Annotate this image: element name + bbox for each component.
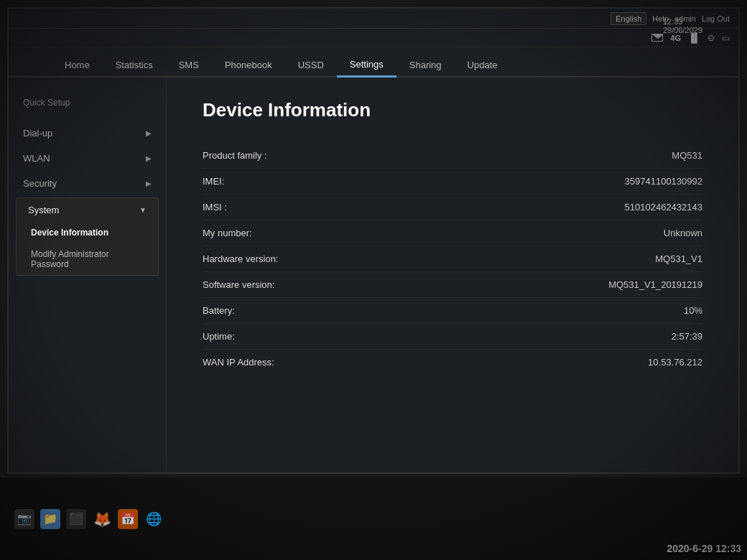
nav-update[interactable]: Update bbox=[455, 54, 511, 76]
nav-ussd[interactable]: USSD bbox=[285, 54, 337, 76]
sub-item-device-info[interactable]: Device Information bbox=[17, 222, 158, 243]
nav-sharing[interactable]: Sharing bbox=[396, 54, 455, 76]
imei-label: IMEI: bbox=[203, 176, 346, 187]
info-table: Product family : MQ531 IMEI: 35974110013… bbox=[203, 143, 702, 375]
top-bar: English Help admin Log Out bbox=[9, 9, 738, 29]
screen-time: 12:33 bbox=[663, 17, 683, 26]
taskbar-camera-icon[interactable]: 📷 bbox=[14, 509, 34, 529]
uptime-value: 2:57:39 bbox=[346, 331, 702, 342]
battery-label: Battery: bbox=[203, 305, 346, 316]
screen-date: 29/06/2029 bbox=[663, 26, 702, 34]
info-row-sw-version: Software version: MQ531_V1_20191219 bbox=[203, 272, 702, 298]
main-content: Quick Setup Dial-up ▶ WLAN ▶ Security ▶ … bbox=[9, 78, 738, 472]
battery-value: 10% bbox=[346, 305, 702, 316]
hw-version-label: Hardware version: bbox=[203, 253, 346, 264]
sidebar-item-dialup[interactable]: Dial-up ▶ bbox=[9, 121, 166, 146]
product-family-label: Product family : bbox=[203, 150, 346, 161]
info-row-imsi: IMSI : 510102462432143 bbox=[203, 195, 702, 220]
nav-phonebook[interactable]: Phonebook bbox=[212, 54, 285, 76]
sidebar-item-wlan[interactable]: WLAN ▶ bbox=[9, 146, 166, 171]
logout-link[interactable]: Log Out bbox=[702, 14, 730, 23]
nav-settings[interactable]: Settings bbox=[337, 53, 396, 78]
wlan-arrow-icon: ▶ bbox=[146, 154, 152, 162]
nav-sms[interactable]: SMS bbox=[166, 54, 212, 76]
info-row-hw-version: Hardware version: MQ531_V1 bbox=[203, 246, 702, 272]
sub-item-modify-password[interactable]: Modify Administrator Password bbox=[17, 243, 158, 275]
product-family-value: MQ531 bbox=[346, 150, 702, 161]
wifi-icon: ⊙ bbox=[707, 33, 715, 43]
screen-clock: 12:33 29/06/2029 bbox=[663, 17, 702, 34]
sms-icon bbox=[651, 34, 663, 42]
security-arrow-icon: ▶ bbox=[146, 179, 152, 187]
wan-ip-label: WAN IP Address: bbox=[203, 357, 346, 368]
taskbar-files-icon[interactable]: 📁 bbox=[40, 509, 60, 529]
uptime-label: Uptime: bbox=[203, 331, 346, 342]
info-row-product-family: Product family : MQ531 bbox=[203, 143, 702, 169]
corner-timestamp: 2020-6-29 12:33 bbox=[667, 543, 741, 554]
system-submenu: System ▼ Device Information Modify Admin… bbox=[16, 197, 159, 276]
page-title: Device Information bbox=[203, 99, 702, 121]
imei-value: 359741100130992 bbox=[346, 176, 702, 187]
content-area: Device Information Product family : MQ53… bbox=[167, 78, 738, 472]
nav-statistics[interactable]: Statistics bbox=[103, 54, 166, 76]
sw-version-value: MQ531_V1_20191219 bbox=[346, 279, 702, 290]
sidebar-item-security[interactable]: Security ▶ bbox=[9, 171, 166, 196]
taskbar-calendar-icon[interactable]: 📅 bbox=[118, 509, 138, 529]
taskbar-firefox-icon[interactable]: 🦊 bbox=[92, 509, 112, 529]
quick-setup-label: Quick Setup bbox=[9, 92, 166, 113]
taskbar-apps-icon[interactable]: 🌐 bbox=[144, 509, 164, 529]
taskbar: 📷 📁 ⬛ 🦊 📅 🌐 bbox=[0, 477, 747, 560]
imsi-label: IMSI : bbox=[203, 202, 346, 213]
info-row-uptime: Uptime: 2:57:39 bbox=[203, 324, 702, 350]
my-number-value: Unknown bbox=[346, 228, 702, 238]
sidebar-security-label: Security bbox=[23, 178, 57, 189]
dialup-arrow-icon: ▶ bbox=[146, 129, 152, 137]
sidebar: Quick Setup Dial-up ▶ WLAN ▶ Security ▶ … bbox=[9, 78, 167, 472]
info-row-battery: Battery: 10% bbox=[203, 298, 702, 324]
sidebar-dialup-label: Dial-up bbox=[23, 128, 52, 139]
wan-ip-value: 10.53.76.212 bbox=[346, 357, 702, 368]
system-arrow-icon: ▼ bbox=[139, 206, 147, 214]
language-selector[interactable]: English bbox=[611, 12, 646, 25]
signal-icon: 4G bbox=[670, 34, 681, 42]
screen: English Help admin Log Out 4G ▐▌ ⊙ ▭ Hom… bbox=[7, 7, 740, 474]
my-number-label: My number: bbox=[203, 228, 346, 238]
status-bar: 4G ▐▌ ⊙ ▭ bbox=[9, 29, 738, 47]
system-submenu-header[interactable]: System ▼ bbox=[17, 198, 158, 222]
sidebar-wlan-label: WLAN bbox=[23, 153, 50, 164]
info-row-wan-ip: WAN IP Address: 10.53.76.212 bbox=[203, 350, 702, 375]
system-label: System bbox=[28, 205, 59, 215]
battery-icon: ▭ bbox=[722, 33, 730, 43]
imsi-value: 510102462432143 bbox=[346, 202, 702, 213]
info-row-my-number: My number: Unknown bbox=[203, 220, 702, 246]
hw-version-value: MQ531_V1 bbox=[346, 253, 702, 264]
info-row-imei: IMEI: 359741100130992 bbox=[203, 169, 702, 195]
nav-home[interactable]: Home bbox=[52, 54, 103, 76]
nav-bar: Home Statistics SMS Phonebook USSD Setti… bbox=[9, 47, 738, 78]
taskbar-terminal-icon[interactable]: ⬛ bbox=[66, 509, 86, 529]
sw-version-label: Software version: bbox=[203, 279, 346, 290]
